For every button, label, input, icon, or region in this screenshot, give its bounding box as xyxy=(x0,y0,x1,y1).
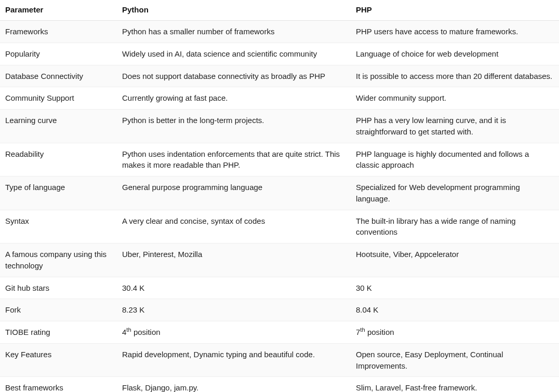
table-row: Database ConnectivityDoes not support da… xyxy=(0,65,559,87)
cell-php: Specialized for Web development programm… xyxy=(351,177,559,210)
cell-python: Widely used in AI, data science and scie… xyxy=(117,43,351,65)
table-row: ReadabilityPython uses indentation enfor… xyxy=(0,143,559,177)
table-row: Type of languageGeneral purpose programm… xyxy=(0,177,559,210)
cell-php: Wider community support. xyxy=(351,87,559,110)
cell-parameter: Popularity xyxy=(0,43,117,65)
cell-python: Flask, Django, jam.py. xyxy=(117,377,351,392)
cell-php: The built-in library has a wide range of… xyxy=(351,210,559,244)
cell-php: Slim, Laravel, Fast-free framework. xyxy=(351,377,559,392)
cell-parameter: Syntax xyxy=(0,210,117,244)
table-header-row: Parameter Python PHP xyxy=(0,0,559,21)
cell-parameter: Database Connectivity xyxy=(0,65,117,87)
cell-parameter: Readability xyxy=(0,143,117,177)
cell-python: Python is better in the long-term projec… xyxy=(117,110,351,143)
cell-python: Currently growing at fast pace. xyxy=(117,87,351,110)
cell-parameter: TIOBE rating xyxy=(0,321,117,344)
cell-python: A very clear and concise, syntax of code… xyxy=(117,210,351,244)
cell-parameter: Git hub stars xyxy=(0,277,117,299)
cell-python: 8.23 K xyxy=(117,299,351,321)
cell-python: Python uses indentation enforcements tha… xyxy=(117,143,351,177)
cell-python: Python has a smaller number of framework… xyxy=(117,21,351,43)
cell-python: Does not support database connectivity a… xyxy=(117,65,351,87)
cell-parameter: Community Support xyxy=(0,87,117,110)
table-row: Fork8.23 K8.04 K xyxy=(0,299,559,321)
cell-parameter: Best frameworks xyxy=(0,377,117,392)
cell-php: Open source, Easy Deployment, Continual … xyxy=(351,343,559,377)
cell-parameter: Key Features xyxy=(0,343,117,377)
table-body: FrameworksPython has a smaller number of… xyxy=(0,21,559,393)
table-row: A famous company using this technologyUb… xyxy=(0,244,559,277)
cell-python: 30.4 K xyxy=(117,277,351,299)
table-row: PopularityWidely used in AI, data scienc… xyxy=(0,43,559,65)
table-row: Key FeaturesRapid development, Dynamic t… xyxy=(0,343,559,377)
cell-python: Uber, Pinterest, Mozilla xyxy=(117,244,351,277)
cell-php: Hootsuite, Viber, Appcelerator xyxy=(351,244,559,277)
cell-python: 4th position xyxy=(117,321,351,344)
cell-parameter: Frameworks xyxy=(0,21,117,43)
cell-python: Rapid development, Dynamic typing and be… xyxy=(117,343,351,377)
cell-php: 30 K xyxy=(351,277,559,299)
table-row: TIOBE rating4th position7th position xyxy=(0,321,559,344)
cell-parameter: A famous company using this technology xyxy=(0,244,117,277)
table-row: Community SupportCurrently growing at fa… xyxy=(0,87,559,110)
cell-php: 7th position xyxy=(351,321,559,344)
table-row: Best frameworksFlask, Django, jam.py.Sli… xyxy=(0,377,559,392)
table-row: Git hub stars30.4 K30 K xyxy=(0,277,559,299)
header-python: Python xyxy=(117,0,351,21)
cell-parameter: Fork xyxy=(0,299,117,321)
cell-php: 8.04 K xyxy=(351,299,559,321)
cell-php: Language of choice for web development xyxy=(351,43,559,65)
cell-parameter: Type of language xyxy=(0,177,117,210)
cell-parameter: Learning curve xyxy=(0,110,117,143)
comparison-table: Parameter Python PHP FrameworksPython ha… xyxy=(0,0,559,392)
cell-php: PHP users have access to mature framewor… xyxy=(351,21,559,43)
cell-php: PHP language is highly documented and fo… xyxy=(351,143,559,177)
cell-php: It is possible to access more than 20 di… xyxy=(351,65,559,87)
table-row: FrameworksPython has a smaller number of… xyxy=(0,21,559,43)
header-php: PHP xyxy=(351,0,559,21)
header-parameter: Parameter xyxy=(0,0,117,21)
cell-php: PHP has a very low learning curve, and i… xyxy=(351,110,559,143)
table-row: Learning curvePython is better in the lo… xyxy=(0,110,559,143)
table-row: SyntaxA very clear and concise, syntax o… xyxy=(0,210,559,244)
cell-python: General purpose programming language xyxy=(117,177,351,210)
